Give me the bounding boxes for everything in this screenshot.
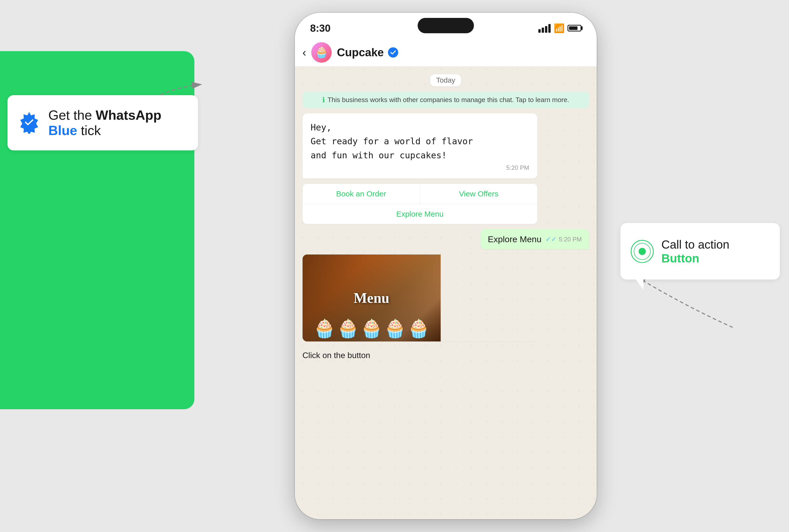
sent-message: Explore Menu ✓✓ 5:20 PM [481,229,589,249]
verified-badge-icon [387,47,399,58]
explore-menu-button[interactable]: Explore Menu [303,204,537,224]
message-text: Hey, Get ready for a world of flavor and… [311,120,529,162]
battery-icon [567,25,581,32]
back-button[interactable]: ‹ [303,46,306,59]
chat-header: ‹ 🧁 Cupcake [295,38,597,66]
blue-tick-text: Get the WhatsApp Blue tick [49,108,161,138]
sent-time: 5:20 PM [559,236,582,243]
blue-verified-badge-icon [18,111,41,135]
cta-circle-icon [631,240,654,263]
blue-tick-callout: Get the WhatsApp Blue tick [7,95,198,150]
date-badge: Today [430,74,461,87]
contact-avatar: 🧁 [311,42,332,63]
action-buttons-container: Book an Order View Offers Explore Menu [303,184,537,224]
signal-icon [538,23,551,33]
dynamic-island [418,18,474,33]
contact-info: Cupcake [337,46,589,59]
chat-area: Today ℹ This business works with other c… [295,66,597,519]
cta-callout: Call to action Button [620,223,780,280]
action-buttons-row1: Book an Order View Offers [303,184,537,204]
cta-text: Call to action Button [661,238,729,265]
status-time: 8:30 [310,22,331,34]
received-message: Hey, Get ready for a world of flavor and… [303,113,537,178]
info-icon: ℹ [322,96,325,104]
menu-image-container: 🧁 🧁 🧁 🧁 🧁 Menu [303,254,537,341]
status-bar: 8:30 📶 [295,13,597,38]
double-check-icon: ✓✓ [545,235,557,243]
info-banner[interactable]: ℹ This business works with other compani… [303,92,589,108]
contact-name: Cupcake [337,46,384,59]
info-banner-text: This business works with other companies… [328,96,569,104]
view-offers-button[interactable]: View Offers [420,184,537,204]
caption-text: Click on the button [303,346,589,364]
status-icons: 📶 [538,23,581,33]
message-time: 5:20 PM [311,164,529,171]
sent-message-meta: ✓✓ 5:20 PM [545,235,582,243]
menu-image: 🧁 🧁 🧁 🧁 🧁 Menu [303,254,441,341]
sent-message-text: Explore Menu [488,234,541,244]
phone-mockup: 8:30 📶 ‹ 🧁 Cupcake [295,13,597,519]
svg-point-2 [388,47,398,58]
menu-image-title: Menu [354,290,389,306]
wifi-icon: 📶 [554,23,564,33]
book-order-button[interactable]: Book an Order [303,184,420,204]
